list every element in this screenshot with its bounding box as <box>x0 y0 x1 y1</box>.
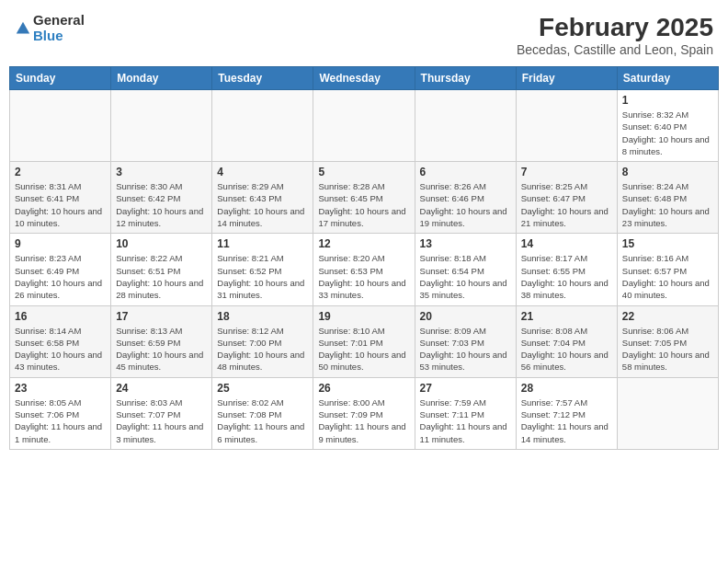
calendar-cell: 8Sunrise: 8:24 AM Sunset: 6:48 PM Daylig… <box>617 162 718 234</box>
calendar-cell: 22Sunrise: 8:06 AM Sunset: 7:05 PM Dayli… <box>617 305 718 377</box>
day-number: 20 <box>420 310 511 323</box>
day-info: Sunrise: 8:16 AM Sunset: 6:57 PM Dayligh… <box>622 252 713 301</box>
calendar-cell: 14Sunrise: 8:17 AM Sunset: 6:55 PM Dayli… <box>516 234 617 305</box>
header-monday: Monday <box>111 67 212 90</box>
calendar-cell: 18Sunrise: 8:12 AM Sunset: 7:00 PM Dayli… <box>212 305 313 377</box>
day-info: Sunrise: 8:25 AM Sunset: 6:47 PM Dayligh… <box>521 180 612 229</box>
day-number: 1 <box>622 94 713 107</box>
calendar-cell: 6Sunrise: 8:26 AM Sunset: 6:46 PM Daylig… <box>415 162 516 234</box>
page-header: General Blue February 2025 Becedas, Cast… <box>9 9 719 61</box>
day-number: 18 <box>217 310 308 323</box>
calendar-cell <box>415 90 516 162</box>
logo-icon <box>15 20 31 37</box>
calendar-week-5: 23Sunrise: 8:05 AM Sunset: 7:06 PM Dayli… <box>10 377 719 449</box>
logo: General Blue <box>15 13 85 43</box>
svg-marker-0 <box>17 21 29 33</box>
day-info: Sunrise: 8:02 AM Sunset: 7:08 PM Dayligh… <box>217 396 308 445</box>
day-number: 13 <box>420 237 511 250</box>
calendar-cell <box>313 90 415 162</box>
day-number: 17 <box>116 310 207 323</box>
header-tuesday: Tuesday <box>212 67 313 90</box>
day-info: Sunrise: 8:32 AM Sunset: 6:40 PM Dayligh… <box>622 109 713 157</box>
calendar-week-1: 1Sunrise: 8:32 AM Sunset: 6:40 PM Daylig… <box>10 90 719 162</box>
day-info: Sunrise: 8:03 AM Sunset: 7:07 PM Dayligh… <box>116 396 207 445</box>
day-info: Sunrise: 8:06 AM Sunset: 7:05 PM Dayligh… <box>622 325 713 373</box>
calendar-cell <box>516 90 617 162</box>
calendar-subtitle: Becedas, Castille and Leon, Spain <box>517 42 713 57</box>
calendar-cell: 1Sunrise: 8:32 AM Sunset: 6:40 PM Daylig… <box>617 90 718 162</box>
day-info: Sunrise: 8:12 AM Sunset: 7:00 PM Dayligh… <box>217 325 308 373</box>
calendar-cell: 17Sunrise: 8:13 AM Sunset: 6:59 PM Dayli… <box>111 305 212 377</box>
day-info: Sunrise: 8:09 AM Sunset: 7:03 PM Dayligh… <box>420 325 511 373</box>
calendar-cell: 12Sunrise: 8:20 AM Sunset: 6:53 PM Dayli… <box>313 234 415 305</box>
day-number: 16 <box>15 310 106 323</box>
day-info: Sunrise: 8:23 AM Sunset: 6:49 PM Dayligh… <box>15 252 106 301</box>
day-info: Sunrise: 7:57 AM Sunset: 7:12 PM Dayligh… <box>521 396 612 445</box>
day-info: Sunrise: 8:10 AM Sunset: 7:01 PM Dayligh… <box>318 325 409 373</box>
day-number: 19 <box>318 310 409 323</box>
day-number: 25 <box>217 382 308 395</box>
day-number: 21 <box>521 310 612 323</box>
day-info: Sunrise: 7:59 AM Sunset: 7:11 PM Dayligh… <box>420 396 511 445</box>
calendar-cell: 11Sunrise: 8:21 AM Sunset: 6:52 PM Dayli… <box>212 234 313 305</box>
calendar-cell: 24Sunrise: 8:03 AM Sunset: 7:07 PM Dayli… <box>111 377 212 449</box>
calendar-cell <box>212 90 313 162</box>
calendar-cell: 28Sunrise: 7:57 AM Sunset: 7:12 PM Dayli… <box>516 377 617 449</box>
calendar-cell: 23Sunrise: 8:05 AM Sunset: 7:06 PM Dayli… <box>10 377 111 449</box>
header-friday: Friday <box>516 67 617 90</box>
header-saturday: Saturday <box>617 67 718 90</box>
calendar-week-3: 9Sunrise: 8:23 AM Sunset: 6:49 PM Daylig… <box>10 234 719 305</box>
calendar-cell: 7Sunrise: 8:25 AM Sunset: 6:47 PM Daylig… <box>516 162 617 234</box>
day-number: 12 <box>318 237 409 250</box>
day-info: Sunrise: 8:18 AM Sunset: 6:54 PM Dayligh… <box>420 252 511 301</box>
calendar-title: February 2025 <box>517 13 713 42</box>
calendar-cell <box>617 377 718 449</box>
day-number: 3 <box>116 166 207 178</box>
day-number: 9 <box>15 237 106 250</box>
calendar-cell: 27Sunrise: 7:59 AM Sunset: 7:11 PM Dayli… <box>415 377 516 449</box>
calendar-header-row: SundayMondayTuesdayWednesdayThursdayFrid… <box>10 67 719 90</box>
day-info: Sunrise: 8:08 AM Sunset: 7:04 PM Dayligh… <box>521 325 612 373</box>
header-thursday: Thursday <box>415 67 516 90</box>
day-info: Sunrise: 8:20 AM Sunset: 6:53 PM Dayligh… <box>318 252 409 301</box>
day-info: Sunrise: 8:24 AM Sunset: 6:48 PM Dayligh… <box>622 180 713 229</box>
day-number: 28 <box>521 382 612 395</box>
logo-text: General Blue <box>33 13 85 43</box>
calendar-cell: 20Sunrise: 8:09 AM Sunset: 7:03 PM Dayli… <box>415 305 516 377</box>
day-number: 14 <box>521 237 612 250</box>
calendar-table: SundayMondayTuesdayWednesdayThursdayFrid… <box>9 66 719 450</box>
day-info: Sunrise: 8:00 AM Sunset: 7:09 PM Dayligh… <box>318 396 409 445</box>
calendar-week-4: 16Sunrise: 8:14 AM Sunset: 6:58 PM Dayli… <box>10 305 719 377</box>
day-info: Sunrise: 8:17 AM Sunset: 6:55 PM Dayligh… <box>521 252 612 301</box>
day-number: 15 <box>622 237 713 250</box>
calendar-cell: 19Sunrise: 8:10 AM Sunset: 7:01 PM Dayli… <box>313 305 415 377</box>
calendar-cell <box>111 90 212 162</box>
calendar-cell: 3Sunrise: 8:30 AM Sunset: 6:42 PM Daylig… <box>111 162 212 234</box>
day-number: 27 <box>420 382 511 395</box>
logo-general: General <box>33 13 85 29</box>
day-number: 24 <box>116 382 207 395</box>
day-number: 5 <box>318 166 409 178</box>
calendar-cell: 21Sunrise: 8:08 AM Sunset: 7:04 PM Dayli… <box>516 305 617 377</box>
logo-blue: Blue <box>33 29 85 44</box>
calendar-cell: 10Sunrise: 8:22 AM Sunset: 6:51 PM Dayli… <box>111 234 212 305</box>
calendar-cell: 26Sunrise: 8:00 AM Sunset: 7:09 PM Dayli… <box>313 377 415 449</box>
calendar-cell: 9Sunrise: 8:23 AM Sunset: 6:49 PM Daylig… <box>10 234 111 305</box>
calendar-cell: 25Sunrise: 8:02 AM Sunset: 7:08 PM Dayli… <box>212 377 313 449</box>
day-number: 23 <box>15 382 106 395</box>
calendar-cell <box>10 90 111 162</box>
day-number: 8 <box>622 166 713 178</box>
day-info: Sunrise: 8:31 AM Sunset: 6:41 PM Dayligh… <box>15 180 106 229</box>
calendar-cell: 2Sunrise: 8:31 AM Sunset: 6:41 PM Daylig… <box>10 162 111 234</box>
day-number: 11 <box>217 237 308 250</box>
day-info: Sunrise: 8:28 AM Sunset: 6:45 PM Dayligh… <box>318 180 409 229</box>
day-number: 2 <box>15 166 106 178</box>
day-number: 6 <box>420 166 511 178</box>
day-info: Sunrise: 8:29 AM Sunset: 6:43 PM Dayligh… <box>217 180 308 229</box>
day-info: Sunrise: 8:26 AM Sunset: 6:46 PM Dayligh… <box>420 180 511 229</box>
header-wednesday: Wednesday <box>313 67 415 90</box>
title-block: February 2025 Becedas, Castille and Leon… <box>517 13 713 57</box>
calendar-week-2: 2Sunrise: 8:31 AM Sunset: 6:41 PM Daylig… <box>10 162 719 234</box>
day-number: 22 <box>622 310 713 323</box>
calendar-cell: 16Sunrise: 8:14 AM Sunset: 6:58 PM Dayli… <box>10 305 111 377</box>
